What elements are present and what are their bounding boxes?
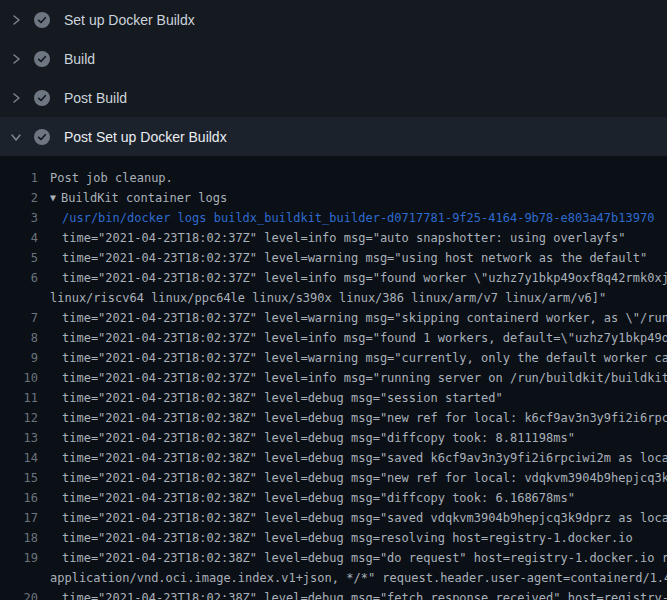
log-line-text: time="2021-04-23T18:02:38Z" level=debug … bbox=[62, 488, 575, 508]
log-line-text: time="2021-04-23T18:02:38Z" level=debug … bbox=[62, 388, 503, 408]
log-line-number[interactable]: 2 bbox=[0, 188, 38, 208]
log-line-text: time="2021-04-23T18:02:37Z" level=info m… bbox=[62, 228, 626, 248]
log-line-text: time="2021-04-23T18:02:37Z" level=warnin… bbox=[62, 248, 647, 268]
log-row: 13 time="2021-04-23T18:02:38Z" level=deb… bbox=[0, 428, 667, 448]
log-row: 4 time="2021-04-23T18:02:37Z" level=info… bbox=[0, 228, 667, 248]
log-row: 16 time="2021-04-23T18:02:38Z" level=deb… bbox=[0, 488, 667, 508]
log-panel[interactable]: 1 Post job cleanup. 2 ▼ BuildKit contain… bbox=[0, 156, 667, 600]
step-label: Post Build bbox=[64, 90, 127, 106]
log-line-number[interactable]: 9 bbox=[0, 348, 38, 368]
log-row: 5 time="2021-04-23T18:02:37Z" level=warn… bbox=[0, 248, 667, 268]
log-line-text: Post job cleanup. bbox=[50, 168, 173, 188]
log-line-text: time="2021-04-23T18:02:37Z" level=warnin… bbox=[62, 308, 667, 328]
log-line-number[interactable]: 4 bbox=[0, 228, 38, 248]
log-row: 10 time="2021-04-23T18:02:37Z" level=inf… bbox=[0, 368, 667, 388]
log-row: 12 time="2021-04-23T18:02:38Z" level=deb… bbox=[0, 408, 667, 428]
log-line-text: time="2021-04-23T18:02:38Z" level=debug … bbox=[62, 468, 667, 488]
log-row: 2 ▼ BuildKit container logs bbox=[0, 188, 667, 208]
log-line-text: linux/riscv64 linux/ppc64le linux/s390x … bbox=[50, 288, 606, 308]
log-line-number[interactable]: 6 bbox=[0, 268, 38, 288]
log-line-text: time="2021-04-23T18:02:38Z" level=debug … bbox=[62, 508, 667, 528]
chevron-right-icon[interactable] bbox=[10, 53, 22, 65]
log-row: 14 time="2021-04-23T18:02:38Z" level=deb… bbox=[0, 448, 667, 468]
log-row: 9 time="2021-04-23T18:02:37Z" level=warn… bbox=[0, 348, 667, 368]
log-line-text: time="2021-04-23T18:02:38Z" level=debug … bbox=[62, 408, 667, 428]
log-line-text: time="2021-04-23T18:02:38Z" level=debug … bbox=[62, 448, 667, 468]
step-row[interactable]: Post Set up Docker Buildx bbox=[0, 117, 667, 156]
log-line-text: time="2021-04-23T18:02:38Z" level=debug … bbox=[62, 528, 633, 548]
step-row[interactable]: Build bbox=[0, 39, 667, 78]
chevron-right-icon[interactable] bbox=[10, 14, 22, 26]
log-line-number[interactable] bbox=[0, 288, 38, 308]
log-row: 20 time="2021-04-23T18:02:38Z" level=deb… bbox=[0, 588, 667, 600]
log-line-number[interactable]: 5 bbox=[0, 248, 38, 268]
step-label: Post Set up Docker Buildx bbox=[64, 129, 227, 145]
log-line-text: time="2021-04-23T18:02:38Z" level=debug … bbox=[62, 588, 667, 600]
log-line-number[interactable]: 3 bbox=[0, 208, 38, 228]
log-row: 7 time="2021-04-23T18:02:37Z" level=warn… bbox=[0, 308, 667, 328]
log-row: 19 time="2021-04-23T18:02:38Z" level=deb… bbox=[0, 548, 667, 568]
log-line-text: application/vnd.oci.image.index.v1+json,… bbox=[50, 568, 667, 588]
log-line-number[interactable]: 14 bbox=[0, 448, 38, 468]
steps-panel: Set up Docker Buildx Build Post Buil bbox=[0, 0, 667, 156]
log-line-number[interactable]: 19 bbox=[0, 548, 38, 568]
log-line-text: BuildKit container logs bbox=[61, 188, 227, 208]
log-line-text: /usr/bin/docker logs buildx_buildkit_bui… bbox=[62, 208, 654, 228]
log-line-number[interactable]: 15 bbox=[0, 468, 38, 488]
check-circle-icon bbox=[34, 90, 50, 106]
log-line-number[interactable]: 10 bbox=[0, 368, 38, 388]
log-line-text: time="2021-04-23T18:02:38Z" level=debug … bbox=[62, 428, 575, 448]
log-line-text: time="2021-04-23T18:02:37Z" level=info m… bbox=[62, 368, 667, 388]
log-line-number[interactable]: 17 bbox=[0, 508, 38, 528]
log-row: 18 time="2021-04-23T18:02:38Z" level=deb… bbox=[0, 528, 667, 548]
step-label: Build bbox=[64, 51, 95, 67]
log-line-number[interactable]: 16 bbox=[0, 488, 38, 508]
log-line-text: time="2021-04-23T18:02:38Z" level=debug … bbox=[62, 548, 667, 568]
log-row: 1 Post job cleanup. bbox=[0, 168, 667, 188]
log-line-number[interactable]: 20 bbox=[0, 588, 38, 600]
log-row: 15 time="2021-04-23T18:02:38Z" level=deb… bbox=[0, 468, 667, 488]
log-line-text: time="2021-04-23T18:02:37Z" level=warnin… bbox=[62, 348, 667, 368]
log-row: 17 time="2021-04-23T18:02:38Z" level=deb… bbox=[0, 508, 667, 528]
log-line-number[interactable]: 8 bbox=[0, 328, 38, 348]
log-row: application/vnd.oci.image.index.v1+json,… bbox=[0, 568, 667, 588]
check-circle-icon bbox=[34, 51, 50, 67]
step-label: Set up Docker Buildx bbox=[64, 12, 195, 28]
log-line-number[interactable]: 18 bbox=[0, 528, 38, 548]
log-row: 6 time="2021-04-23T18:02:37Z" level=info… bbox=[0, 268, 667, 288]
chevron-down-icon[interactable] bbox=[10, 131, 22, 143]
log-line-number[interactable]: 7 bbox=[0, 308, 38, 328]
step-row[interactable]: Set up Docker Buildx bbox=[0, 0, 667, 39]
log-line-text: time="2021-04-23T18:02:37Z" level=info m… bbox=[62, 328, 667, 348]
check-circle-icon bbox=[34, 129, 50, 145]
log-line-number[interactable]: 12 bbox=[0, 408, 38, 428]
chevron-right-icon[interactable] bbox=[10, 92, 22, 104]
log-line-text: time="2021-04-23T18:02:37Z" level=info m… bbox=[62, 268, 667, 288]
log-row: 3 /usr/bin/docker logs buildx_buildkit_b… bbox=[0, 208, 667, 228]
log-line-number[interactable]: 13 bbox=[0, 428, 38, 448]
group-toggle-icon[interactable]: ▼ bbox=[50, 188, 56, 208]
step-row[interactable]: Post Build bbox=[0, 78, 667, 117]
log-row: linux/riscv64 linux/ppc64le linux/s390x … bbox=[0, 288, 667, 308]
log-line-number[interactable]: 11 bbox=[0, 388, 38, 408]
log-row: 8 time="2021-04-23T18:02:37Z" level=info… bbox=[0, 328, 667, 348]
log-line-number[interactable] bbox=[0, 568, 38, 588]
log-line-number[interactable]: 1 bbox=[0, 168, 38, 188]
log-row: 11 time="2021-04-23T18:02:38Z" level=deb… bbox=[0, 388, 667, 408]
check-circle-icon bbox=[34, 12, 50, 28]
